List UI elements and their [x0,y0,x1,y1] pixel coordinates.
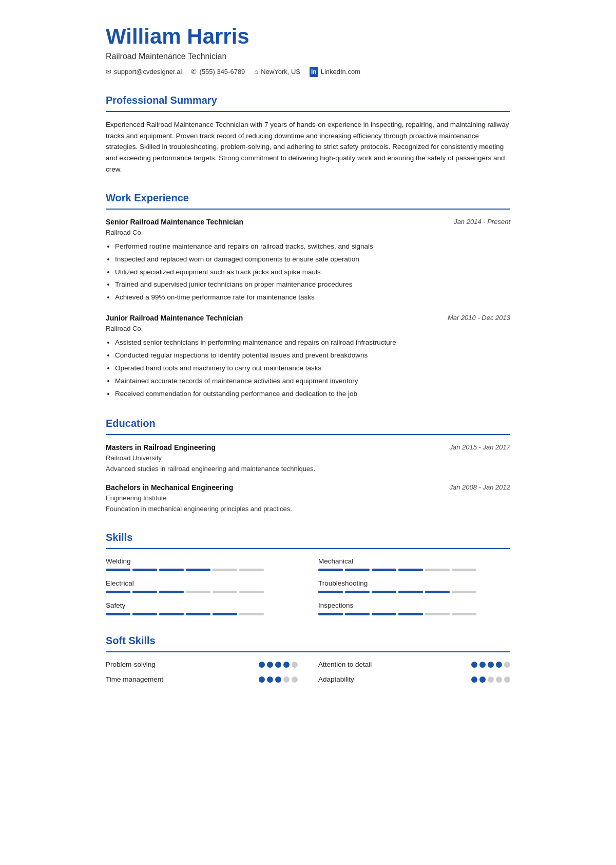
skill-seg-3-2 [372,591,396,593]
edu-2-date: Jan 2008 - Jan 2012 [449,482,510,493]
job-1-bullet-1: Performed routine maintenance and repair… [115,241,510,253]
edu-1-degree: Masters in Railroad Engineering [106,442,216,453]
education-divider [106,434,510,435]
soft-skill-item-0: Problem-solving [106,660,298,670]
skill-seg-5-2 [372,613,396,615]
skill-bar-3 [318,591,510,593]
job-1-bullet-2: Inspected and replaced worn or damaged c… [115,254,510,266]
work-experience-section: Work Experience Senior Railroad Maintena… [106,190,510,400]
soft-skill-name-2: Time management [106,674,163,685]
edu-2: Bachelors in Mechanical Engineering Jan … [106,482,510,514]
edu-1-header: Masters in Railroad Engineering Jan 2015… [106,442,510,453]
soft-skill-item-3: Adaptability [318,674,510,685]
soft-skills-section: Soft Skills Problem-solvingAttention to … [106,633,510,685]
soft-skill-name-3: Adaptability [318,674,354,685]
soft-skill-item-2: Time management [106,674,298,685]
phone-text: (555) 345-6789 [199,67,245,77]
skill-seg-4-1 [132,613,157,615]
job-2-title: Junior Railroad Maintenance Technician [106,313,243,324]
skill-seg-2-3 [186,591,210,593]
skill-seg-2-1 [132,591,157,593]
soft-skill-dot-0-1 [267,662,273,668]
soft-skill-dots-2 [259,676,298,683]
skill-name-3: Troubleshooting [318,578,510,589]
job-1-date: Jan 2014 - Present [454,217,510,227]
linkedin-icon: in [310,67,318,77]
soft-skill-dot-1-4 [504,662,510,668]
job-2-company: Railroad Co. [106,324,510,334]
soft-skill-name-0: Problem-solving [106,660,156,670]
job-2-bullets: Assisted senior technicians in performin… [106,337,510,400]
job-2-bullet-5: Received commendation for outstanding pe… [115,388,510,400]
job-2-bullet-2: Conducted regular inspections to identif… [115,350,510,362]
skill-seg-2-0 [106,591,130,593]
job-1-bullets: Performed routine maintenance and repair… [106,241,510,304]
skill-seg-1-0 [318,569,343,571]
skill-seg-3-5 [452,591,476,593]
education-section: Education Masters in Railroad Engineerin… [106,416,510,514]
soft-skill-dot-1-0 [471,662,477,668]
job-1-company: Railroad Co. [106,228,510,238]
soft-skill-dot-0-0 [259,662,265,668]
contact-bar: ✉ support@cvdesigner.ai ✆ (555) 345-6789… [106,67,510,77]
job-1-title: Senior Railroad Maintenance Technician [106,217,243,228]
skill-seg-2-4 [213,591,237,593]
skill-seg-3-4 [425,591,450,593]
summary-text: Experienced Railroad Maintenance Technic… [106,119,510,175]
job-2-bullet-1: Assisted senior technicians in performin… [115,337,510,349]
skill-item-5: Inspections [318,600,510,615]
header: William Harris Railroad Maintenance Tech… [106,25,510,77]
skill-seg-5-3 [398,613,423,615]
skill-seg-4-4 [213,613,237,615]
resume-container: William Harris Railroad Maintenance Tech… [77,0,539,709]
skill-name-2: Electrical [106,578,298,589]
skill-seg-5-4 [425,613,450,615]
soft-skill-dot-0-3 [283,662,290,668]
skill-item-2: Electrical [106,578,298,593]
skill-bar-2 [106,591,298,593]
contact-phone: ✆ (555) 345-6789 [191,67,245,77]
soft-skill-name-1: Attention to detail [318,660,372,670]
job-2-header: Junior Railroad Maintenance Technician M… [106,313,510,324]
summary-divider [106,111,510,112]
soft-skill-item-1: Attention to detail [318,660,510,670]
skill-seg-4-2 [159,613,184,615]
soft-skill-dot-1-2 [488,662,494,668]
skill-name-1: Mechanical [318,556,510,567]
job-1-bullet-3: Utilized specialized equipment such as t… [115,267,510,278]
linkedin-text: LinkedIn.com [321,67,360,77]
edu-1-date: Jan 2015 - Jan 2017 [449,442,510,453]
soft-skill-dot-0-2 [275,662,281,668]
soft-skill-dot-3-1 [479,676,486,683]
job-2-bullet-3: Operated hand tools and machinery to car… [115,363,510,374]
skill-seg-5-5 [452,613,476,615]
skill-seg-1-2 [372,569,396,571]
skill-seg-0-2 [159,569,184,571]
job-1: Senior Railroad Maintenance Technician J… [106,217,510,304]
contact-location: ⌂ NewYork, US [254,67,300,77]
contact-linkedin: in LinkedIn.com [310,67,360,77]
skill-seg-0-4 [213,569,237,571]
soft-skill-dots-3 [471,676,510,683]
job-2: Junior Railroad Maintenance Technician M… [106,313,510,400]
soft-skills-title: Soft Skills [106,633,510,648]
edu-1-school: Railroad University [106,453,510,463]
soft-skill-dot-2-0 [259,676,265,683]
skill-seg-2-2 [159,591,184,593]
job-2-date: Mar 2010 - Dec 2013 [448,313,510,323]
skill-seg-1-4 [425,569,450,571]
skill-name-4: Safety [106,600,298,611]
skill-seg-3-3 [398,591,423,593]
edu-1: Masters in Railroad Engineering Jan 2015… [106,442,510,474]
job-2-bullet-4: Maintained accurate records of maintenan… [115,375,510,387]
skill-item-1: Mechanical [318,556,510,571]
edu-2-school: Engineering Institute [106,493,510,503]
soft-skill-dot-1-1 [479,662,486,668]
skill-seg-1-5 [452,569,476,571]
skill-bar-0 [106,569,298,571]
job-1-header: Senior Railroad Maintenance Technician J… [106,217,510,228]
skills-title: Skills [106,530,510,545]
skills-divider [106,548,510,549]
skill-seg-1-3 [398,569,423,571]
skill-bar-5 [318,613,510,615]
